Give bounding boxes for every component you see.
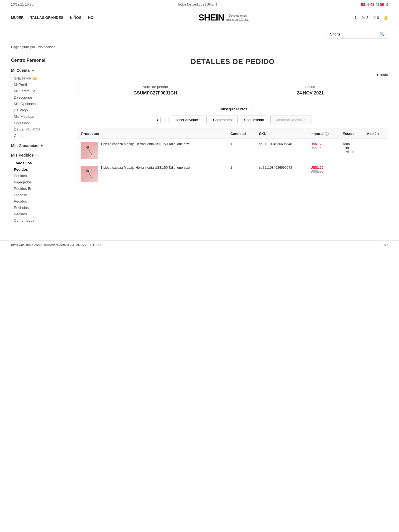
wishlist-icon[interactable]: ♡ 0 — [373, 16, 379, 20]
notification-icon[interactable]: 🔔 — [383, 16, 388, 20]
product-sku-1: sb2111084636695548 — [256, 139, 307, 162]
nav-tallas[interactable]: TALLAS GRANDES — [30, 16, 63, 20]
sidebar-item-seguridad[interactable]: Seguridad — [11, 120, 66, 126]
sidebar-item-direcciones[interactable]: Direcciones — [11, 94, 66, 101]
col-productos: Productos — [78, 129, 227, 139]
table-row: 1 pieza cabeza Masaje Herramienta US$1.5… — [78, 139, 388, 162]
footer-url: https://us.shein.com/user/orders/detail/… — [11, 243, 101, 247]
header: MUJER TALLAS GRANDES NIÑOS HO SHEIN Devo… — [0, 9, 399, 26]
wishlist-count: 0 — [377, 16, 379, 20]
price-current-1: US$1.28 — [310, 142, 336, 146]
action-buttons-area: Conseguir Puntos ◄ z Hacer devolución Co… — [78, 105, 388, 124]
col-accion: Acción — [364, 129, 388, 139]
order-header: Núm. de pedido GSUMPC27F00J1GH Fecha 24 … — [78, 80, 388, 100]
conseguir-puntos-button[interactable]: Conseguir Puntos — [214, 105, 252, 113]
sidebar-item-todos-los-pedidos2[interactable]: Pedidos — [11, 166, 66, 173]
seguimiento-button[interactable]: Seguimiento — [240, 116, 268, 124]
product-status-2 — [339, 162, 363, 186]
timer-mins: 42 — [370, 2, 375, 7]
nav-ho[interactable]: HO — [88, 16, 94, 20]
action-top-row: Conseguir Puntos — [214, 105, 252, 113]
scroll-left-button[interactable]: ◄ — [154, 117, 161, 123]
cart-count: 2 — [366, 16, 368, 20]
nav-mujer[interactable]: MUJER — [11, 16, 24, 20]
confirmar-button: Confirmar la entrega — [270, 116, 312, 124]
action-main-row: ◄ z Hacer devolución Comentarios Seguimi… — [154, 116, 312, 124]
importe-help-icon[interactable]: ? — [325, 132, 329, 136]
sidebar-item-de-pago[interactable]: De Pago — [11, 107, 66, 113]
product-name-1: 1 pieza cabeza Masaje Herramienta US$1.5… — [101, 142, 190, 146]
sidebar-item-cuenta[interactable]: Cuenta — [11, 132, 66, 139]
sidebar-item-pedidos-enviados1[interactable]: Pedidos — [11, 198, 66, 204]
price-original-1: US$1.50 — [310, 146, 336, 150]
sidebar-item-vip[interactable]: SHEIN VIP 👑 — [11, 75, 66, 81]
col-sku: SKU — [256, 129, 307, 139]
devolucion-button[interactable]: Hacer devolución — [171, 116, 207, 124]
main-content: DETALLES DE PEDIDO ◄ atrás Núm. de pedid… — [78, 57, 388, 224]
sidebar-section-pedidos: Mis Pedidos − — [11, 153, 66, 158]
back-link[interactable]: ◄ atrás — [78, 73, 388, 77]
col-cantidad: Cantidad — [227, 129, 256, 139]
timer-mins-label: M — [376, 2, 379, 7]
product-price-2: US$1.29 US$1.50 — [307, 162, 339, 186]
sidebar-ganancias-toggle[interactable]: + — [40, 143, 43, 148]
product-image-1 — [81, 142, 98, 159]
sidebar-item-impagados[interactable]: Impagados — [11, 179, 66, 185]
nav-ninos[interactable]: NIÑOS — [70, 16, 81, 20]
sidebar-item-pedidos-en[interactable]: Pedidos En — [11, 185, 66, 192]
order-date-cell: Fecha 24 NOV 2021 — [233, 80, 388, 100]
sidebar-mi-cuenta-label: Mi Cuenta — [11, 68, 30, 73]
sidebar-item-de-la[interactable]: De La +PUNTOS — [11, 126, 66, 132]
datetime: 13/12/21 10:25 — [11, 2, 33, 6]
breadcrumb-home[interactable]: Página principal — [11, 45, 35, 49]
product-sku-2: sb2111084636695548 — [256, 162, 307, 186]
sidebar-item-pedidos[interactable]: Pedidos — [11, 173, 66, 179]
sidebar-item-medidas[interactable]: Mis Medidas — [11, 113, 66, 120]
search-box: 🔍 — [327, 30, 388, 39]
search-icon[interactable]: 🔍 — [379, 32, 385, 37]
shein-logo: SHEIN — [198, 12, 224, 23]
price-original-2: US$1.50 — [310, 170, 336, 173]
sidebar-item-libreta1[interactable]: Mi Libreta De — [11, 88, 66, 94]
product-action-1 — [364, 139, 388, 162]
footer-page-count: 1/7 — [383, 243, 388, 247]
sidebar-item-todos-los-pedidos[interactable]: Todos Los — [11, 160, 66, 166]
top-bar: 13/12/21 10:25 Todos los pedidos | SHEIN… — [0, 0, 399, 9]
promo-text: Devolucionesgratis en EE.UU. — [226, 14, 249, 22]
product-image-2 — [81, 166, 98, 182]
page-heading: DETALLES DE PEDIDO — [78, 57, 388, 66]
page-title-tab: Todos los pedidos | SHEIN — [177, 2, 217, 6]
col-estado: Estado — [339, 129, 363, 139]
product-price-1: US$1.28 US$1.50 — [307, 139, 339, 162]
sidebar: Centro Personal Mi Cuenta − SHEIN VIP 👑 … — [11, 57, 66, 224]
sidebar-title: Centro Personal — [11, 57, 66, 63]
scroll-z-label: z — [163, 117, 168, 123]
product-action-2 — [364, 162, 388, 186]
cart-icon[interactable]: 🛍 2 — [362, 16, 368, 20]
col-importe: Importe ? — [307, 129, 339, 139]
timer-secs-label: S — [385, 2, 388, 7]
products-table: Productos Cantidad SKU Importe ? Estado … — [78, 129, 388, 186]
sidebar-item-comentados[interactable]: Comentados — [11, 217, 66, 224]
price-current-2: US$1.29 — [310, 166, 336, 170]
user-icon[interactable]: ♆ — [354, 16, 357, 20]
plus-points-label: +PUNTOS — [25, 128, 40, 131]
timer-hours-label: H — [366, 2, 369, 7]
sidebar-item-proceso[interactable]: Proceso — [11, 192, 66, 198]
search-input[interactable] — [330, 32, 379, 36]
sidebar-item-opciones[interactable]: Mis Opciones — [11, 101, 66, 107]
sidebar-pedidos-label: Mis Pedidos — [11, 153, 34, 157]
main-layout: Centro Personal Mi Cuenta − SHEIN VIP 👑 … — [0, 52, 399, 229]
sidebar-item-pedidos-comentados1[interactable]: Pedidos — [11, 211, 66, 217]
sidebar-item-enviados[interactable]: Enviados — [11, 204, 66, 211]
sidebar-mi-cuenta-toggle[interactable]: − — [32, 68, 34, 73]
breadcrumb-current: Mis pedidos — [37, 45, 55, 49]
comentarios-button[interactable]: Comentarios — [209, 116, 238, 124]
search-area: 🔍 — [0, 26, 399, 42]
sidebar-section-mi-cuenta: Mi Cuenta − — [11, 68, 66, 73]
nav-links: MUJER TALLAS GRANDES NIÑOS HO — [11, 16, 93, 20]
sidebar-pedidos-toggle[interactable]: − — [36, 153, 39, 158]
sidebar-item-perfil[interactable]: Mi Perfil — [11, 81, 66, 88]
order-date-value: 24 NOV 2021 — [240, 91, 381, 96]
order-number-value: GSUMPC27F00J1GH — [85, 91, 226, 96]
